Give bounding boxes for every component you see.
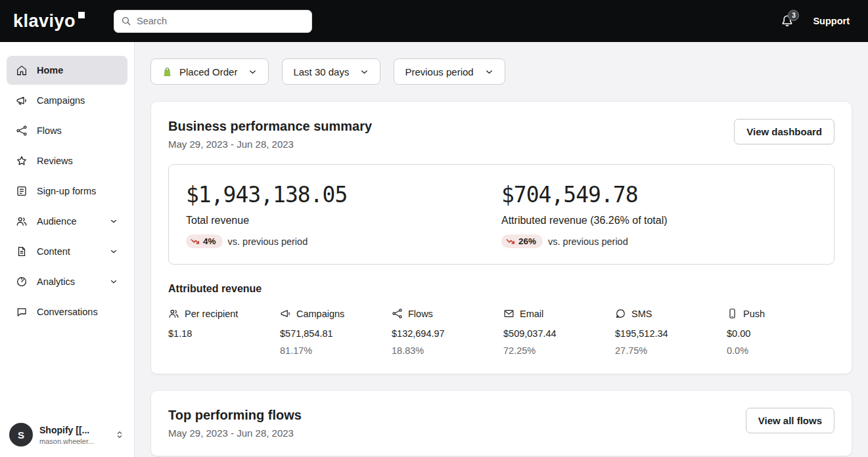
sidebar-item-analytics[interactable]: Analytics — [7, 267, 127, 296]
business-performance-card: Business performance summary May 29, 202… — [150, 101, 852, 374]
card-title: Top performing flows — [168, 408, 302, 423]
sidebar-item-label: Audience — [37, 216, 76, 227]
breakdown-item-campaigns: Campaigns $571,854.81 81.17% — [280, 308, 392, 357]
gauge-icon — [16, 276, 28, 288]
chevron-updown-icon — [114, 429, 125, 440]
chevron-down-icon — [109, 217, 118, 226]
notification-count-badge: 3 — [788, 10, 799, 21]
breakdown-value: $132,694.97 — [392, 328, 503, 339]
breakdown-item-email: Email $509,037.44 72.25% — [503, 308, 615, 357]
breakdown-label: Per recipient — [185, 309, 238, 319]
card-date-range: May 29, 2023 - Jun 28, 2023 — [168, 427, 302, 439]
support-link[interactable]: Support — [813, 16, 850, 26]
sidebar-item-label: Conversations — [37, 307, 98, 317]
card-date-range: May 29, 2023 - Jun 28, 2023 — [168, 139, 372, 150]
account-email: mason.wheeler... — [39, 437, 94, 445]
change-value: 26% — [518, 236, 536, 246]
attributed-revenue-value: $704,549.78 — [501, 182, 817, 207]
sidebar-item-signup-forms[interactable]: Sign-up forms — [7, 177, 127, 206]
breakdown-label: Campaigns — [296, 309, 344, 319]
chevron-down-icon — [484, 67, 494, 77]
breakdown-item-flows: Flows $132,694.97 18.83% — [392, 308, 503, 357]
breakdown-label: Flows — [408, 309, 433, 319]
search-input[interactable] — [137, 16, 305, 26]
change-note: vs. previous period — [228, 236, 308, 247]
sidebar-item-label: Content — [37, 246, 70, 257]
speech-bubble-icon — [615, 308, 626, 319]
metric-filter-dropdown[interactable]: Placed Order — [150, 58, 269, 85]
megaphone-icon — [280, 308, 291, 319]
sidebar-item-label: Campaigns — [37, 95, 85, 106]
chevron-down-icon — [359, 67, 369, 77]
total-revenue-metric: $1,943,138.05 Total revenue 4% vs. previ… — [186, 182, 501, 248]
sidebar-item-campaigns[interactable]: Campaigns — [7, 86, 127, 115]
view-all-flows-button[interactable]: View all flows — [746, 408, 834, 433]
breakdown-value: $0.00 — [727, 328, 838, 339]
sidebar-item-label: Analytics — [37, 276, 75, 287]
account-name: Shopify [[... — [39, 425, 94, 435]
top-header: klaviyo 3 Support — [0, 0, 868, 42]
filter-bar: Placed Order Last 30 days Previous perio… — [150, 58, 852, 85]
breakdown-percent: 81.17% — [280, 345, 392, 357]
sidebar-item-label: Flows — [37, 125, 62, 136]
sidebar: Home Campaigns Flows — [0, 42, 135, 457]
sidebar-item-conversations[interactable]: Conversations — [7, 297, 127, 326]
flows-icon — [16, 125, 28, 137]
breakdown-item-push: Push $0.00 0.0% — [727, 308, 838, 357]
klaviyo-logo[interactable]: klaviyo — [13, 11, 85, 32]
change-note: vs. previous period — [548, 236, 628, 247]
logo-flag-icon — [78, 12, 85, 18]
breakdown-percent: 27.75% — [615, 345, 727, 357]
breakdown-label: SMS — [631, 309, 652, 319]
sidebar-item-reviews[interactable]: Reviews — [7, 146, 127, 175]
global-search[interactable] — [114, 10, 312, 33]
sidebar-item-home[interactable]: Home — [7, 56, 127, 85]
notifications-button[interactable]: 3 — [780, 14, 794, 28]
breakdown-label: Push — [743, 309, 765, 319]
change-badge: 26% — [501, 234, 543, 248]
comparison-value: Previous period — [405, 66, 473, 77]
breakdown-percent: 0.0% — [727, 345, 838, 357]
home-icon — [16, 64, 28, 76]
change-value: 4% — [203, 236, 216, 246]
sidebar-item-flows[interactable]: Flows — [7, 116, 127, 145]
card-title: Business performance summary — [168, 119, 372, 134]
trend-down-icon — [506, 237, 515, 246]
breakdown-value: $1.18 — [168, 328, 280, 339]
sidebar-item-label: Home — [37, 65, 63, 76]
breakdown-percent: 18.83% — [392, 345, 503, 357]
flows-icon — [392, 308, 403, 319]
file-icon — [16, 246, 28, 257]
breakdown-value: $571,854.81 — [280, 328, 392, 339]
form-icon — [16, 185, 28, 197]
sidebar-item-audience[interactable]: Audience — [7, 207, 127, 236]
date-range-value: Last 30 days — [293, 66, 349, 77]
avatar: S — [9, 423, 33, 446]
trend-down-icon — [191, 237, 200, 246]
attributed-revenue-breakdown: Per recipient $1.18 Campaigns $5 — [168, 308, 834, 357]
chat-icon — [16, 306, 28, 318]
megaphone-icon — [16, 95, 28, 106]
attributed-revenue-metric: $704,549.78 Attributed revenue (36.26% o… — [501, 182, 817, 248]
breakdown-label: Email — [520, 309, 543, 319]
total-revenue-value: $1,943,138.05 — [186, 182, 501, 207]
breakdown-value: $195,512.34 — [615, 328, 727, 339]
people-icon — [16, 215, 28, 227]
star-icon — [16, 155, 28, 167]
breakdown-title: Attributed revenue — [168, 283, 834, 295]
sidebar-item-label: Sign-up forms — [37, 186, 96, 196]
change-badge: 4% — [186, 234, 223, 248]
shopify-bag-icon — [162, 66, 173, 77]
account-switcher[interactable]: S Shopify [[... mason.wheeler... — [0, 414, 134, 457]
breakdown-item-sms: SMS $195,512.34 27.75% — [615, 308, 727, 357]
search-icon — [121, 16, 131, 26]
comparison-dropdown[interactable]: Previous period — [394, 58, 505, 85]
breakdown-percent: 72.25% — [503, 345, 615, 357]
people-icon — [168, 308, 179, 319]
breakdown-percent — [168, 345, 280, 357]
envelope-icon — [503, 308, 514, 319]
sidebar-item-content[interactable]: Content — [7, 237, 127, 266]
date-range-dropdown[interactable]: Last 30 days — [282, 58, 380, 85]
view-dashboard-button[interactable]: View dashboard — [734, 119, 834, 144]
main-content: Placed Order Last 30 days Previous perio… — [135, 42, 868, 457]
